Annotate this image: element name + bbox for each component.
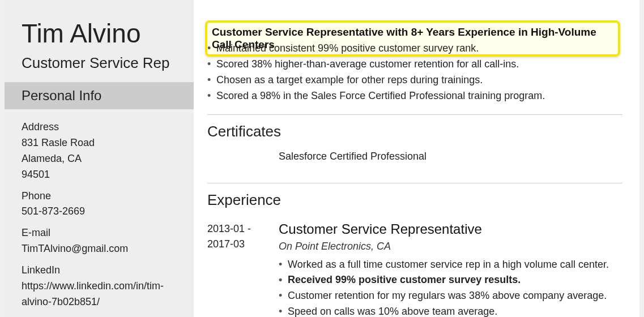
personal-info-header: Personal Info	[5, 82, 194, 109]
certificate-row: Salesforce Certified Professional	[207, 140, 622, 173]
resume-page: Tim Alvino Customer Service Rep Personal…	[5, 0, 639, 317]
experience-bullet: Received 99% positive customer survey re…	[279, 272, 622, 288]
experience-title: Customer Service Representative	[279, 221, 622, 237]
summary-bullet: Maintained consistent 99% positive custo…	[207, 41, 622, 57]
summary-bullet: Scored a 98% in the Sales Force Certifie…	[207, 88, 622, 104]
phone-label: Phone	[22, 189, 182, 204]
experience-dates: 2013-01 - 2017-03	[207, 221, 279, 317]
address-zip: 94501	[22, 167, 182, 183]
linkedin-value: https://www.linkedin.com/in/tim-alvino-7…	[22, 279, 182, 310]
phone-value: 501-873-2669	[22, 204, 182, 220]
certificate-value: Salesforce Certified Professional	[279, 151, 427, 162]
personal-info-block: Address 831 Rasle Road Alameda, CA 94501…	[5, 109, 194, 317]
main-content: Customer Service Representative with 8+ …	[194, 0, 639, 317]
address-line2: Alameda, CA	[22, 151, 182, 167]
experience-bullets: Worked as a full time customer service r…	[279, 257, 622, 317]
experience-company: On Point Electronics, CA	[279, 237, 622, 257]
experience-entry: 2013-01 - 2017-03 Customer Service Repre…	[207, 209, 622, 317]
summary-bullet: Chosen as a target example for other rep…	[207, 72, 622, 88]
certificate-date-spacer	[207, 151, 279, 162]
email-label: E-mail	[22, 225, 182, 241]
address-line1: 831 Rasle Road	[22, 135, 182, 151]
linkedin-label: LinkedIn	[22, 263, 182, 279]
experience-bullet: Customer retention for my regulars was 3…	[279, 288, 622, 304]
summary-bullets: Maintained consistent 99% positive custo…	[207, 0, 622, 104]
experience-header: Experience	[207, 183, 622, 209]
person-name: Tim Alvino	[5, 0, 194, 49]
sidebar: Tim Alvino Customer Service Rep Personal…	[5, 0, 194, 317]
person-title: Customer Service Rep	[5, 49, 194, 82]
certificates-header: Certificates	[207, 114, 622, 140]
summary-bullet: Scored 38% higher-than-average customer …	[207, 57, 622, 72]
experience-bullet: Speed on calls was 10% above team averag…	[279, 304, 622, 317]
experience-bullet: Worked as a full time customer service r…	[279, 257, 622, 273]
experience-body: Customer Service Representative On Point…	[279, 221, 622, 317]
address-label: Address	[22, 119, 182, 135]
email-value: TimTAlvino@gmail.com	[22, 241, 182, 257]
